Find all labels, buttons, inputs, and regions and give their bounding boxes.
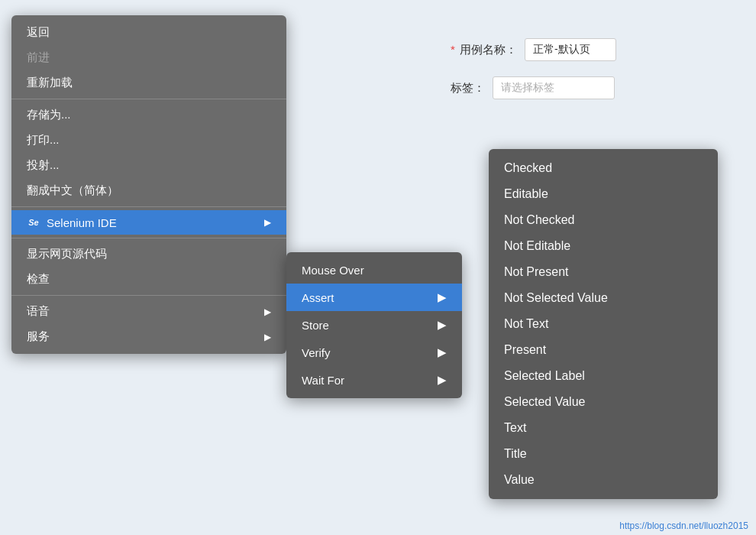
assert-item-not-selected-value[interactable]: Not Selected Value xyxy=(489,285,718,311)
name-label-text: 用例名称： xyxy=(460,43,517,56)
menu-item-back[interactable]: 返回 xyxy=(11,20,286,45)
selenium-item-wait-for-label: Wait For xyxy=(302,374,344,387)
selenium-item-store[interactable]: Store ▶ xyxy=(286,311,462,339)
voice-arrow-icon: ▶ xyxy=(264,306,271,317)
selenium-item-store-label: Store xyxy=(302,319,329,332)
services-arrow-icon: ▶ xyxy=(264,332,271,342)
menu-item-view-source-label: 显示网页源代码 xyxy=(27,247,107,261)
divider-2 xyxy=(11,206,286,207)
selenium-icon: Se xyxy=(27,216,40,229)
menu-item-selenium[interactable]: Se Selenium IDE ▶ xyxy=(11,210,286,235)
assert-item-value[interactable]: Value xyxy=(489,467,718,493)
assert-item-present[interactable]: Present xyxy=(489,337,718,363)
assert-item-not-editable[interactable]: Not Editable xyxy=(489,233,718,259)
menu-item-reload[interactable]: 重新加载 xyxy=(11,70,286,96)
selenium-item-verify[interactable]: Verify ▶ xyxy=(286,339,462,366)
tags-label: 标签： xyxy=(451,81,485,96)
required-symbol: * xyxy=(451,43,455,56)
menu-item-translate-label: 翻成中文（简体） xyxy=(27,183,118,198)
assert-item-editable[interactable]: Editable xyxy=(489,181,718,207)
name-input[interactable]: 正常-默认页 xyxy=(525,38,616,61)
menu-item-voice-label: 语音 xyxy=(27,304,50,319)
menu-item-view-source[interactable]: 显示网页源代码 xyxy=(11,242,286,267)
selenium-item-wait-for[interactable]: Wait For ▶ xyxy=(286,366,462,394)
store-arrow-icon: ▶ xyxy=(438,318,447,332)
menu-item-save-as-label: 存储为... xyxy=(27,108,71,122)
menu-item-voice[interactable]: 语音 ▶ xyxy=(11,299,286,324)
verify-arrow-icon: ▶ xyxy=(438,345,447,359)
menu-item-services[interactable]: 服务 ▶ xyxy=(11,324,286,349)
menu-item-selenium-label: Selenium IDE xyxy=(47,216,117,229)
tags-area: 标签： 请选择标签 xyxy=(435,69,756,107)
menu-item-services-label: 服务 xyxy=(27,329,50,344)
menu-item-cast-label: 投射... xyxy=(27,158,60,173)
selenium-submenu: Mouse Over Assert ▶ Store ▶ Verify ▶ Wai… xyxy=(286,252,462,398)
assert-item-not-present[interactable]: Not Present xyxy=(489,259,718,285)
menu-item-inspect[interactable]: 检查 xyxy=(11,267,286,292)
assert-item-title[interactable]: Title xyxy=(489,441,718,467)
menu-item-back-label: 返回 xyxy=(27,25,50,40)
selenium-item-verify-label: Verify xyxy=(302,346,331,359)
divider-4 xyxy=(11,295,286,296)
menu-item-reload-label: 重新加载 xyxy=(27,76,73,90)
assert-submenu: Checked Editable Not Checked Not Editabl… xyxy=(489,149,718,499)
assert-item-selected-label[interactable]: Selected Label xyxy=(489,363,718,389)
tags-select[interactable]: 请选择标签 xyxy=(493,76,615,99)
assert-arrow-icon: ▶ xyxy=(438,290,447,304)
divider-1 xyxy=(11,99,286,99)
main-context-menu: 返回 前进 重新加载 存储为... 打印... 投射... 翻成中文（简体） S… xyxy=(11,15,286,354)
selenium-item-mouse-over-label: Mouse Over xyxy=(302,264,364,277)
selenium-item-mouse-over[interactable]: Mouse Over xyxy=(286,257,462,284)
menu-item-print[interactable]: 打印... xyxy=(11,128,286,153)
menu-item-translate[interactable]: 翻成中文（简体） xyxy=(11,178,286,203)
assert-item-checked[interactable]: Checked xyxy=(489,155,718,181)
selenium-item-assert-label: Assert xyxy=(302,291,334,304)
assert-item-selected-value[interactable]: Selected Value xyxy=(489,389,718,415)
name-label: * 用例名称： xyxy=(451,43,517,57)
divider-3 xyxy=(11,238,286,238)
wait-for-arrow-icon: ▶ xyxy=(438,373,447,387)
menu-item-inspect-label: 检查 xyxy=(27,272,50,287)
assert-item-not-checked[interactable]: Not Checked xyxy=(489,207,718,233)
menu-item-cast[interactable]: 投射... xyxy=(11,153,286,178)
assert-item-text[interactable]: Text xyxy=(489,415,718,441)
assert-item-not-text[interactable]: Not Text xyxy=(489,311,718,337)
menu-item-save-as[interactable]: 存储为... xyxy=(11,102,286,128)
menu-item-forward-label: 前进 xyxy=(27,50,50,65)
selenium-arrow-icon: ▶ xyxy=(264,217,271,228)
menu-item-print-label: 打印... xyxy=(27,133,60,148)
menu-item-forward[interactable]: 前进 xyxy=(11,45,286,70)
selenium-item-assert[interactable]: Assert ▶ xyxy=(286,284,462,311)
watermark: https://blog.csdn.net/lluozh2015 xyxy=(619,520,748,531)
